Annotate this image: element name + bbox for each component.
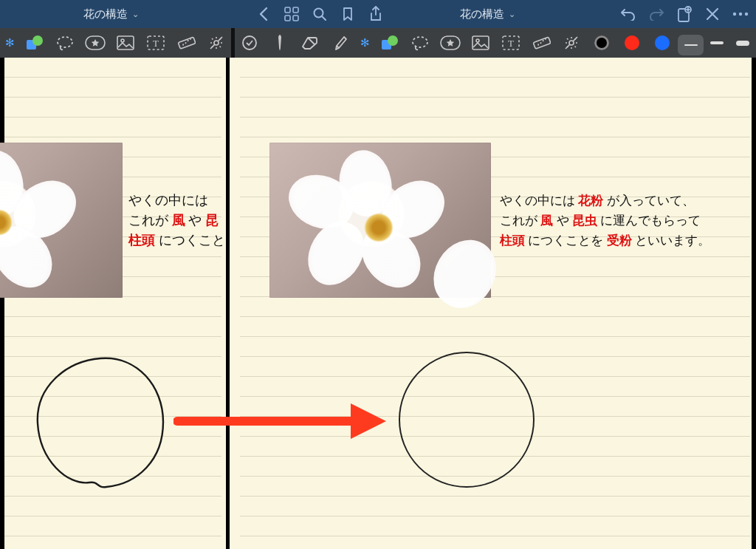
- undo-button[interactable]: [614, 0, 642, 28]
- sketch-circle-rough: [27, 349, 174, 497]
- search-icon[interactable]: [306, 0, 334, 28]
- svg-point-15: [121, 39, 124, 42]
- text-tool[interactable]: T: [140, 28, 171, 58]
- color-blue[interactable]: [647, 28, 678, 58]
- svg-rect-25: [472, 36, 489, 50]
- paper-left: やくの中には これが 風 や 昆 柱頭 につくこと: [4, 58, 221, 549]
- close-tool-panel[interactable]: [235, 28, 265, 58]
- ruler-tool-2[interactable]: [526, 28, 557, 58]
- image-tool[interactable]: [110, 28, 140, 58]
- back-button[interactable]: [250, 0, 278, 28]
- svg-point-9: [745, 13, 748, 16]
- svg-rect-14: [117, 36, 134, 50]
- bluetooth-icon[interactable]: ✻: [0, 28, 19, 58]
- hand-note-right: やくの中には 花粉 が入っていて、 これが 風 や 昆虫 に運んでもらって 柱頭…: [500, 191, 710, 250]
- laser-tool[interactable]: [201, 28, 231, 58]
- lasso-tool-2[interactable]: [405, 28, 436, 58]
- svg-point-23: [413, 37, 427, 47]
- image-tool-2[interactable]: [466, 28, 496, 58]
- svg-point-4: [315, 9, 323, 18]
- stroke-width-3[interactable]: [730, 28, 756, 58]
- favorites-tool[interactable]: [80, 28, 110, 58]
- shape-tool[interactable]: [19, 28, 49, 58]
- shape-tool-2[interactable]: [375, 28, 405, 58]
- note-pane-right[interactable]: やくの中には 花粉 が入っていて、 これが 風 や 昆虫 に運んでもらって 柱頭…: [230, 58, 756, 549]
- svg-point-12: [58, 37, 72, 47]
- lasso-tool[interactable]: [49, 28, 80, 58]
- eraser-tool[interactable]: [295, 28, 326, 58]
- new-page-button[interactable]: [670, 0, 698, 28]
- color-red[interactable]: [617, 28, 647, 58]
- close-button[interactable]: [698, 0, 726, 28]
- paper-right: やくの中には 花粉 が入っていて、 これが 風 や 昆虫 に運んでもらって 柱頭…: [240, 58, 750, 549]
- more-icon[interactable]: [726, 0, 755, 28]
- svg-point-20: [243, 36, 256, 50]
- svg-point-8: [739, 13, 742, 16]
- svg-point-26: [476, 39, 479, 42]
- stroke-width-1[interactable]: [678, 35, 704, 55]
- flower-photo-right: [269, 143, 491, 298]
- stroke-width-2[interactable]: [704, 28, 729, 58]
- svg-rect-18: [178, 37, 196, 49]
- favorites-tool-2[interactable]: [436, 28, 466, 58]
- sketch-circle-clean: [399, 352, 535, 488]
- svg-point-7: [733, 13, 736, 16]
- grid-icon[interactable]: [278, 0, 306, 28]
- svg-rect-1: [293, 7, 298, 13]
- svg-text:T: T: [508, 38, 514, 49]
- svg-rect-3: [293, 16, 298, 21]
- page-edge: [752, 58, 756, 549]
- note-pane-left[interactable]: やくの中には これが 風 や 昆 柱頭 につくこと: [0, 58, 230, 549]
- ruler-tool[interactable]: [171, 28, 201, 58]
- annotation-arrow: [173, 399, 388, 443]
- color-black[interactable]: [587, 28, 617, 58]
- doc-title-right[interactable]: 花の構造 ⌄: [362, 7, 613, 21]
- toolbar: ✻ T ✻ T: [0, 28, 756, 58]
- svg-point-30: [569, 41, 574, 45]
- chevron-down-icon: ⌄: [132, 10, 139, 19]
- pen-tool[interactable]: [265, 28, 295, 58]
- chevron-down-icon: ⌄: [509, 10, 515, 19]
- laser-tool-2[interactable]: [557, 28, 587, 58]
- doc-title-right-text: 花の構造: [460, 7, 504, 21]
- redo-button[interactable]: [642, 0, 670, 28]
- bluetooth-icon-2[interactable]: ✻: [356, 28, 375, 58]
- text-tool-2[interactable]: T: [496, 28, 526, 58]
- highlighter-tool[interactable]: [326, 28, 356, 58]
- svg-rect-0: [285, 7, 290, 13]
- bookmark-icon[interactable]: [334, 0, 362, 28]
- nav-end-group: [614, 0, 755, 28]
- svg-marker-32: [351, 403, 386, 439]
- svg-rect-29: [534, 37, 551, 49]
- svg-point-19: [214, 41, 219, 45]
- hand-note-left: やくの中には これが 風 や 昆 柱頭 につくこと: [128, 191, 225, 250]
- svg-text:T: T: [153, 38, 159, 49]
- doc-title-left[interactable]: 花の構造 ⌄: [0, 7, 221, 21]
- doc-title-left-text: 花の構造: [83, 7, 128, 21]
- flower-photo-left: [0, 143, 123, 298]
- svg-point-11: [32, 35, 43, 46]
- svg-rect-2: [285, 16, 290, 21]
- navbar: 花の構造 ⌄ 花の構造 ⌄: [0, 0, 756, 28]
- svg-point-22: [388, 35, 398, 46]
